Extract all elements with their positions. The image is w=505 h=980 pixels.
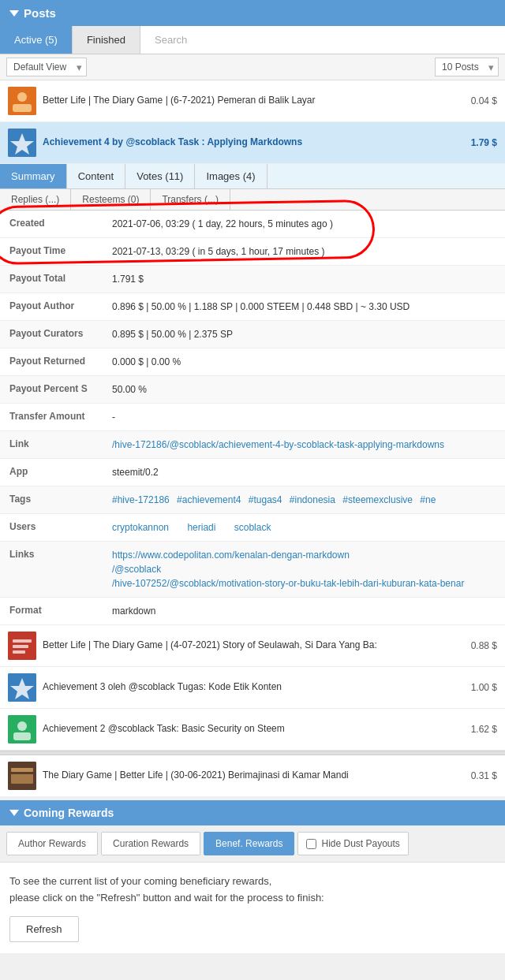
summary-row-payout-total: Payout Total 1.791 $ (0, 266, 505, 293)
link-2[interactable]: /@scoblack (112, 564, 161, 575)
sub-tab-summary[interactable]: Summary (0, 164, 67, 188)
post-title-more-3: Achievement 2 @scoblack Task: Basic Secu… (43, 723, 465, 736)
summary-row-payout-author: Payout Author 0.896 $ | 50.00 % | 1.188 … (0, 293, 505, 321)
coming-rewards-header: Coming Rewards (0, 800, 505, 825)
post-value-more-1: 0.88 $ (471, 640, 497, 651)
sub-tab-votes[interactable]: Votes (11) (125, 164, 195, 188)
user-2[interactable]: heriadi (187, 522, 215, 533)
summary-row-link: Link /hive-172186/@scoblack/achievement-… (0, 431, 505, 459)
refresh-button[interactable]: Refresh (9, 916, 79, 942)
hide-dust-checkbox[interactable] (306, 839, 316, 849)
svg-rect-13 (13, 732, 31, 740)
summary-table: Created 2021-07-06, 03:29 ( 1 day, 22 ho… (0, 211, 505, 625)
rewards-tab-curation[interactable]: Curation Rewards (101, 832, 200, 855)
hide-dust-payouts-label[interactable]: Hide Dust Payouts (297, 832, 408, 855)
tag-4[interactable]: #indonesia (290, 493, 335, 507)
user-3[interactable]: scoblack (234, 522, 271, 533)
link-3[interactable]: /hive-107252/@scoblack/motivation-story-… (112, 578, 464, 589)
summary-label-links: Links (9, 548, 112, 560)
user-1[interactable]: cryptokannon (112, 522, 169, 533)
posts-header: Posts (0, 0, 505, 26)
sub-tabs-row2: Replies (...) Resteems (0) Transfers (..… (0, 189, 505, 211)
post-title-separated: The Diary Game | Better Life | (30-06-20… (43, 769, 465, 782)
svg-rect-15 (11, 768, 33, 772)
hide-dust-label: Hide Dust Payouts (321, 838, 399, 849)
tab-bar: Active (5) Finished Search (0, 26, 505, 54)
tag-3[interactable]: #tugas4 (249, 493, 282, 507)
summary-value-transfer-amount: - (112, 410, 496, 424)
rewards-tab-benef[interactable]: Benef. Rewards (204, 832, 294, 855)
post-thumb-2 (8, 129, 36, 157)
summary-value-created: 2021-07-06, 03:29 ( 1 day, 22 hours, 5 m… (112, 217, 496, 231)
summary-value-format: markdown (112, 604, 496, 618)
post-item-more-3[interactable]: Achievement 2 @scoblack Task: Basic Secu… (0, 709, 505, 751)
summary-value-links: https://www.codepolitan.com/kenalan-deng… (112, 548, 496, 591)
summary-label-payout-curators: Payout Curators (9, 327, 112, 339)
posts-count-select[interactable]: 10 Posts (435, 58, 499, 76)
post-thumb-separated (8, 762, 36, 790)
view-bar: Default View 10 Posts (0, 54, 505, 80)
rewards-content: To see the current list of your coming b… (0, 863, 505, 953)
post-title-more-2: Achievement 3 oleh @scoblack Tugas: Kode… (43, 681, 465, 694)
summary-label-link: Link (9, 438, 112, 449)
post-item-separated[interactable]: The Diary Game | Better Life | (30-06-20… (0, 755, 505, 797)
summary-label-app: App (9, 465, 112, 477)
summary-value-payout-returned: 0.000 $ | 0.00 % (112, 355, 496, 369)
coming-rewards-title: Coming Rewards (24, 807, 114, 819)
summary-row-users: Users cryptokannon heriadi scoblack (0, 514, 505, 542)
summary-label-payout-percent: Payout Percent S (9, 382, 112, 394)
summary-row-created: Created 2021-07-06, 03:29 ( 1 day, 22 ho… (0, 211, 505, 238)
svg-rect-16 (11, 774, 33, 784)
triangle-icon (9, 10, 19, 17)
svg-rect-2 (13, 104, 32, 112)
post-item-2[interactable]: Achievement 4 by @scoblack Task : Applyi… (0, 122, 505, 164)
tag-1[interactable]: #hive-172186 (112, 493, 170, 507)
summary-row-payout-returned: Payout Returned 0.000 $ | 0.00 % (0, 348, 505, 376)
post-value-more-2: 1.00 $ (471, 682, 497, 693)
post-item-more-2[interactable]: Achievement 3 oleh @scoblack Tugas: Kode… (0, 667, 505, 709)
summary-label-format: Format (9, 604, 112, 616)
link-1[interactable]: https://www.codepolitan.com/kenalan-deng… (112, 550, 350, 561)
coming-rewards-triangle-icon (9, 810, 19, 816)
post-value-more-3: 1.62 $ (471, 724, 497, 735)
summary-row-app: App steemit/0.2 (0, 459, 505, 486)
post-title-2: Achievement 4 by @scoblack Task : Applyi… (43, 136, 465, 149)
post-item-more-1[interactable]: Better Life | The Diary Game | (4-07-202… (0, 625, 505, 667)
post-item-1[interactable]: Better Life | The Diary Game | (6-7-2021… (0, 80, 505, 122)
post-title-1: Better Life | The Diary Game | (6-7-2021… (43, 95, 465, 107)
view-select[interactable]: Default View (6, 58, 87, 76)
post-title-more-1: Better Life | The Diary Game | (4-07-202… (43, 639, 465, 652)
tab-search[interactable]: Search (140, 26, 505, 54)
tab-finished[interactable]: Finished (73, 26, 140, 54)
sub-tab-transfers[interactable]: Transfers (...) (151, 189, 230, 210)
summary-value-tags: #hive-172186 #achievement4 #tugas4 #indo… (112, 493, 496, 507)
sub-tab-replies[interactable]: Replies (...) (0, 189, 71, 210)
post-thumb-1 (8, 87, 36, 115)
rewards-tab-author[interactable]: Author Rewards (6, 832, 98, 855)
rewards-description-line1: To see the current list of your coming b… (9, 874, 496, 890)
post-thumb-more-2 (8, 673, 36, 702)
tag-5[interactable]: #steemexclusive (342, 493, 413, 507)
summary-row-payout-curators: Payout Curators 0.895 $ | 50.00 % | 2.37… (0, 321, 505, 348)
summary-row-links: Links https://www.codepolitan.com/kenala… (0, 542, 505, 598)
rewards-description-line2: please click on the "Refresh" button and… (9, 890, 496, 907)
tag-2[interactable]: #achievement4 (177, 493, 241, 507)
summary-value-link: /hive-172186/@scoblack/achievement-4-by-… (112, 438, 496, 452)
summary-label-payout-author: Payout Author (9, 300, 112, 311)
sub-tab-content[interactable]: Content (67, 164, 126, 188)
tab-active[interactable]: Active (5) (0, 26, 73, 54)
tag-6[interactable]: #ne (420, 493, 436, 507)
posts-title: Posts (24, 6, 56, 20)
summary-value-payout-total: 1.791 $ (112, 272, 496, 286)
post-thumb-more-1 (8, 632, 36, 660)
sub-tab-images[interactable]: Images (4) (195, 164, 267, 188)
svg-rect-8 (13, 650, 25, 654)
sub-tab-resteems[interactable]: Resteems (0) (71, 189, 151, 210)
summary-label-payout-total: Payout Total (9, 272, 112, 284)
post-value-2: 1.79 $ (471, 137, 497, 148)
summary-row-payout-percent: Payout Percent S 50.00 % (0, 376, 505, 404)
svg-point-1 (17, 92, 27, 102)
summary-label-users: Users (9, 520, 112, 532)
post-link[interactable]: /hive-172186/@scoblack/achievement-4-by-… (112, 439, 444, 450)
summary-label-transfer-amount: Transfer Amount (9, 410, 112, 422)
